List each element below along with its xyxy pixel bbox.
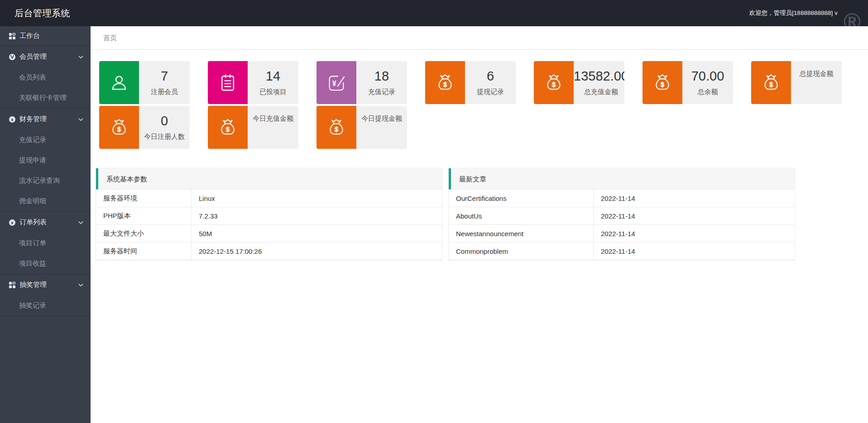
chevron-down-icon <box>78 282 84 288</box>
moneybag-icon: $ <box>317 106 356 149</box>
stat-card-总充值金额[interactable]: $13582.00总充值金额 <box>534 61 624 104</box>
sidebar-item-label: 抽奖管理 <box>19 280 47 289</box>
stat-card-text: 今日充值金额 <box>248 106 298 149</box>
moneybag-icon: $ <box>99 106 139 149</box>
row-label[interactable]: Commonproblem <box>449 242 594 260</box>
chevron-down-icon: ∨ <box>834 10 838 16</box>
row-label[interactable]: OurCertifications <box>449 190 594 207</box>
stat-card-注册会员[interactable]: 7注册会员 <box>99 61 190 104</box>
lottery-icon <box>8 281 16 289</box>
row-value: 2022-12-15 17:00:26 <box>192 242 442 260</box>
sidebar-item-workbench[interactable]: 工作台 <box>0 26 91 46</box>
stat-card-text: 18充值记录 <box>356 61 407 104</box>
app-title: 后台管理系统 <box>14 0 70 26</box>
sidebar-divider <box>0 316 91 316</box>
stat-card-今日充值金额[interactable]: $今日充值金额 <box>208 106 298 149</box>
stat-label: 已投项目 <box>259 86 287 97</box>
panel-system-params: 系统基本参数服务器环境LinuxPHP版本7.2.33最大文件大小50M服务器时… <box>96 168 442 261</box>
sidebar-item-label: 流水记录查询 <box>19 176 60 185</box>
stat-card-column: 7注册会员$0今日注册人数 <box>99 61 190 149</box>
stat-card-提现记录[interactable]: $6提现记录 <box>425 61 516 104</box>
sidebar-item-member-list[interactable]: 会员列表 <box>0 67 91 88</box>
sidebar-item-label: 项目订单 <box>19 239 46 247</box>
stat-label: 总提现金额 <box>800 68 834 79</box>
sidebar-item-flow-record-query[interactable]: 流水记录查询 <box>0 171 91 191</box>
sidebar-item-label: 财务管理 <box>19 115 47 124</box>
table-row: 服务器环境Linux <box>96 190 442 207</box>
main-content: 首页 7注册会员$0今日注册人数14已投项目$今日充值金额¥18充值记录$今日提… <box>91 26 868 423</box>
stat-card-text: 14已投项目 <box>248 61 298 104</box>
sidebar-menu: 工作台会员管理会员列表关联银行卡管理¥财务管理充值记录提现申请流水记录查询佣金明… <box>0 26 91 423</box>
sidebar-item-bank-card-mgmt[interactable]: 关联银行卡管理 <box>0 88 91 108</box>
table-row: Newestannouncement2022-11-14 <box>449 225 795 242</box>
stat-card-总提现金额[interactable]: $总提现金额 <box>751 61 842 104</box>
table-row: PHP版本7.2.33 <box>96 207 442 225</box>
svg-text:¥: ¥ <box>11 117 14 122</box>
row-value: Linux <box>192 190 442 207</box>
stat-card-text: 0今日注册人数 <box>139 106 190 149</box>
row-label: 服务器环境 <box>96 190 192 207</box>
sidebar-item-project-orders[interactable]: 项目订单 <box>0 233 91 253</box>
stat-value: 6 <box>487 67 494 85</box>
moneybag-icon: $ <box>643 61 682 104</box>
stat-card-column: $13582.00总充值金额 <box>534 61 624 149</box>
row-label[interactable]: Newestannouncement <box>449 225 594 242</box>
sidebar-item-label: 抽奖记录 <box>19 301 46 310</box>
sidebar-item-member-mgmt[interactable]: 会员管理 <box>0 46 91 67</box>
svg-text:$: $ <box>117 126 121 133</box>
svg-text:$: $ <box>226 126 230 133</box>
order-icon: ¥ <box>8 219 16 226</box>
sidebar-item-label: 提现申请 <box>19 156 46 165</box>
moneybag-icon: $ <box>534 61 574 104</box>
row-label: PHP版本 <box>96 207 192 224</box>
stat-card-text: 70.00总余额 <box>682 61 733 104</box>
row-value: 2022-11-14 <box>594 225 795 242</box>
chevron-down-icon <box>78 54 84 60</box>
sidebar-item-finance-mgmt[interactable]: ¥财务管理 <box>0 108 91 130</box>
sidebar-item-withdraw-apply[interactable]: 提现申请 <box>0 150 91 171</box>
sidebar-item-label: 工作台 <box>19 32 40 40</box>
stat-label: 总充值金额 <box>584 86 618 97</box>
registered-trademark-logo-icon: ® <box>844 10 861 26</box>
stat-card-今日提现金额[interactable]: $今日提现金额 <box>317 106 407 149</box>
panel-title: 最新文章 <box>449 168 795 190</box>
moneybag-icon: $ <box>751 61 791 104</box>
stat-card-column: $6提现记录 <box>425 61 516 149</box>
svg-text:$: $ <box>661 81 664 88</box>
svg-text:$: $ <box>769 81 773 88</box>
stat-cards-grid: 7注册会员$0今日注册人数14已投项目$今日充值金额¥18充值记录$今日提现金额… <box>99 61 868 149</box>
sidebar-item-commission-detail[interactable]: 佣金明细 <box>0 191 91 211</box>
svg-text:$: $ <box>443 81 447 88</box>
user-dropdown[interactable]: 欢迎您，管理员[18888888888]∨ <box>749 0 838 26</box>
stat-label: 注册会员 <box>151 86 178 97</box>
stat-card-总余额[interactable]: $70.00总余额 <box>643 61 733 104</box>
grid-icon <box>8 32 16 40</box>
sidebar-item-order-list[interactable]: ¥订单列表 <box>0 211 91 233</box>
breadcrumb-home-link[interactable]: 首页 <box>103 34 117 42</box>
stat-label: 今日注册人数 <box>144 131 185 142</box>
info-panels: 系统基本参数服务器环境LinuxPHP版本7.2.33最大文件大小50M服务器时… <box>96 168 868 261</box>
sidebar-item-label: 佣金明细 <box>19 197 46 205</box>
row-value: 2022-11-14 <box>594 242 795 260</box>
sidebar-item-label: 项目收益 <box>19 259 46 268</box>
sidebar-item-project-income[interactable]: 项目收益 <box>0 253 91 274</box>
stat-label: 今日充值金额 <box>253 113 293 124</box>
breadcrumb: 首页 <box>91 26 868 50</box>
sidebar-item-lottery-mgmt[interactable]: 抽奖管理 <box>0 274 91 295</box>
sidebar-item-label: 充值记录 <box>19 136 46 144</box>
stat-value: 0 <box>161 112 168 130</box>
svg-text:$: $ <box>552 81 556 88</box>
row-label[interactable]: AboutUs <box>449 207 594 224</box>
stat-card-text: 总提现金额 <box>791 61 842 104</box>
sidebar-item-recharge-records[interactable]: 充值记录 <box>0 130 91 150</box>
user-icon <box>99 61 139 104</box>
sidebar-item-lottery-records[interactable]: 抽奖记录 <box>0 295 91 316</box>
stat-card-text: 7注册会员 <box>139 61 190 104</box>
stat-card-充值记录[interactable]: ¥18充值记录 <box>317 61 407 104</box>
stat-value: 14 <box>266 67 280 85</box>
stat-card-今日注册人数[interactable]: $0今日注册人数 <box>99 106 190 149</box>
table-row: 服务器时间2022-12-15 17:00:26 <box>96 242 442 260</box>
stat-card-已投项目[interactable]: 14已投项目 <box>208 61 298 104</box>
stat-card-text: 13582.00总充值金额 <box>574 61 624 104</box>
stat-value: 7 <box>161 67 168 85</box>
